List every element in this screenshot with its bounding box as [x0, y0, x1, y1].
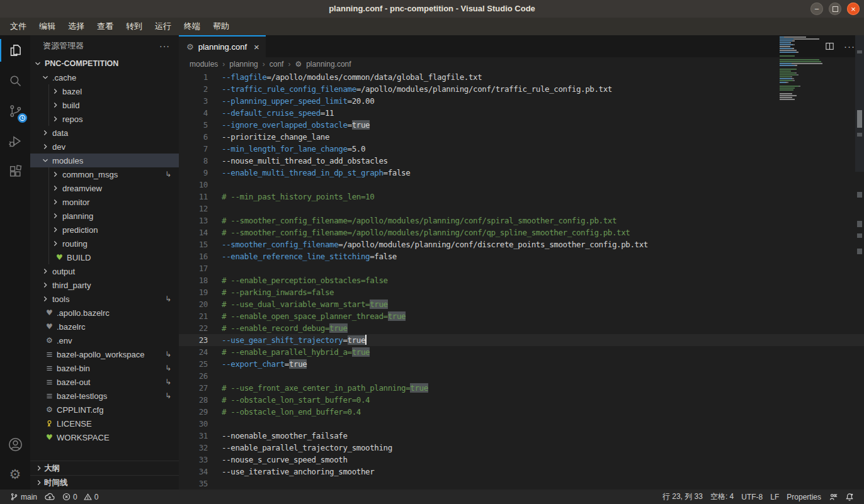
folder-row-build[interactable]: build [30, 98, 179, 112]
code-line-11[interactable]: 11# --min_past_history_points_len=10 [179, 191, 864, 203]
tab-close-icon[interactable]: × [254, 42, 259, 52]
folder-row-repos[interactable]: repos [30, 112, 179, 126]
breadcrumb-item-2[interactable]: conf [270, 60, 284, 69]
code-line-23[interactable]: 23--use_gear_shift_trajectory=true [179, 334, 864, 346]
code-line-7[interactable]: 7--min_length_for_lane_change=5.0 [179, 143, 864, 155]
file-row-workspace[interactable]: ♥WORKSPACE [30, 430, 179, 444]
status-item-problems[interactable]: 00 [59, 493, 102, 501]
menu-item-6[interactable]: 终端 [178, 18, 207, 35]
folder-row-bazel[interactable]: bazel [30, 84, 179, 98]
code-line-32[interactable]: 32--enable_parallel_trajectory_smoothing [179, 442, 864, 454]
folder-row-data[interactable]: data [30, 126, 179, 140]
scrollbar-thumb[interactable] [855, 35, 864, 172]
code-line-28[interactable]: 28# --obstacle_lon_start_buffer=0.4 [179, 394, 864, 406]
code-line-21[interactable]: 21# --enable_open_space_planner_thread=t… [179, 310, 864, 322]
status-item-language-mode[interactable]: Properties [783, 493, 825, 501]
code-line-13[interactable]: 13# --smoother_config_filename=/apollo/m… [179, 215, 864, 227]
folder-row-third_party[interactable]: third_party [30, 278, 179, 292]
code-line-27[interactable]: 27# --use_front_axe_center_in_path_plann… [179, 382, 864, 394]
folder-row-planning[interactable]: planning [30, 209, 179, 223]
split-editor-icon[interactable] [824, 41, 835, 52]
folder-row-pnc-competition[interactable]: PNC-COMPETITION [30, 57, 179, 70]
code-line-30[interactable]: 30 [179, 418, 864, 430]
close-button[interactable]: × [847, 3, 860, 15]
maximize-button[interactable] [829, 3, 841, 15]
folder-row-routing[interactable]: routing [30, 237, 179, 250]
menu-item-4[interactable]: 转到 [120, 18, 149, 35]
file-row-bazel-testlogs[interactable]: bazel-testlogs↳ [30, 389, 179, 403]
code-editor[interactable]: 1--flagfile=/apollo/modules/common/data/… [179, 71, 864, 490]
status-item-notifications[interactable] [841, 493, 858, 501]
folder-row-prediction[interactable]: prediction [30, 223, 179, 237]
menu-item-5[interactable]: 运行 [149, 18, 178, 35]
file-row-build[interactable]: ♥BUILD [30, 250, 179, 264]
code-line-19[interactable]: 19# --parking_inwards=false [179, 286, 864, 298]
status-item-git-branch[interactable]: main [6, 493, 41, 501]
settings-activity-button[interactable]: ⚙ [0, 459, 30, 490]
menu-item-1[interactable]: 编辑 [33, 18, 62, 35]
code-line-20[interactable]: 20# --use_dual_variable_warm_start=true [179, 298, 864, 310]
explorer-activity-button[interactable] [0, 35, 30, 65]
status-item-cursor-position[interactable]: 行 23, 列 33 [659, 491, 707, 502]
minimize-button[interactable]: − [810, 3, 823, 15]
code-line-26[interactable]: 26 [179, 370, 864, 382]
code-line-9[interactable]: 9--enable_multi_thread_in_dp_st_graph=fa… [179, 167, 864, 179]
code-line-34[interactable]: 34--use_iterative_anchoring_smoother [179, 466, 864, 478]
status-item-publish-changes[interactable] [41, 493, 59, 501]
file-row-.env[interactable]: ⚙.env [30, 333, 179, 347]
sidebar-section-1[interactable]: 时间线 [30, 475, 179, 490]
extensions-activity-button[interactable] [0, 156, 30, 186]
folder-row-modules[interactable]: modules [30, 154, 179, 167]
code-line-5[interactable]: 5--ignore_overlapped_obstacle=true [179, 119, 864, 131]
code-line-1[interactable]: 1--flagfile=/apollo/modules/common/data/… [179, 71, 864, 83]
file-row-.bazelrc[interactable]: ♥.bazelrc [30, 320, 179, 333]
code-line-17[interactable]: 17 [179, 262, 864, 274]
folder-row-output[interactable]: output [30, 264, 179, 278]
folder-row-tools[interactable]: tools↳ [30, 292, 179, 306]
code-line-12[interactable]: 12 [179, 203, 864, 215]
code-line-2[interactable]: 2--traffic_rule_config_filename=/apollo/… [179, 83, 864, 95]
code-line-35[interactable]: 35 [179, 478, 864, 490]
menu-item-2[interactable]: 选择 [62, 18, 91, 35]
menu-item-0[interactable]: 文件 [4, 18, 33, 35]
code-line-3[interactable]: 3--planning_upper_speed_limit=20.00 [179, 95, 864, 107]
file-row-cpplint.cfg[interactable]: ⚙CPPLINT.cfg [30, 403, 179, 417]
status-item-indentation[interactable]: 空格: 4 [707, 491, 737, 502]
code-line-8[interactable]: 8--nouse_multi_thread_to_add_obstacles [179, 155, 864, 167]
breadcrumb-item-1[interactable]: planning [229, 60, 258, 69]
code-line-18[interactable]: 18# --enable_perception_obstacles=false [179, 274, 864, 286]
code-line-31[interactable]: 31--noenable_smoother_failsafe [179, 430, 864, 442]
menu-item-3[interactable]: 查看 [91, 18, 120, 35]
status-item-eol[interactable]: LF [766, 493, 783, 501]
file-row-.apollo.bazelrc[interactable]: ♥.apollo.bazelrc [30, 306, 179, 320]
more-actions-icon[interactable]: ··· [844, 41, 855, 52]
folder-row-monitor[interactable]: monitor [30, 195, 179, 209]
code-line-29[interactable]: 29# --obstacle_lon_end_buffer=0.4 [179, 406, 864, 418]
code-line-22[interactable]: 22# --enable_record_debug=true [179, 322, 864, 334]
search-activity-button[interactable] [0, 65, 30, 96]
code-line-33[interactable]: 33--nouse_s_curve_speed_smooth [179, 454, 864, 466]
menu-item-7[interactable]: 帮助 [207, 18, 236, 35]
file-row-bazel-out[interactable]: bazel-out↳ [30, 375, 179, 389]
folder-row-dev[interactable]: dev [30, 140, 179, 154]
breadcrumb-item-0[interactable]: modules [190, 60, 218, 69]
overview-ruler-scrollbar[interactable] [855, 35, 864, 490]
code-line-24[interactable]: 24# --enable_parallel_hybrid_a=true [179, 346, 864, 358]
code-line-6[interactable]: 6--prioritize_change_lane [179, 131, 864, 143]
tab-planning-conf[interactable]: ⚙ planning.conf × [179, 35, 266, 57]
folder-row-.cache[interactable]: .cache [30, 70, 179, 84]
run-debug-activity-button[interactable] [0, 126, 30, 156]
file-row-license[interactable]: LICENSE [30, 417, 179, 430]
code-line-25[interactable]: 25--export_chart=true [179, 358, 864, 370]
code-line-10[interactable]: 10 [179, 179, 864, 191]
status-item-feedback[interactable] [825, 493, 841, 501]
file-row-bazel-apollo_workspace[interactable]: bazel-apollo_workspace↳ [30, 347, 179, 361]
folder-row-dreamview[interactable]: dreamview [30, 181, 179, 195]
code-line-14[interactable]: 14# --smoother_config_filename=/apollo/m… [179, 227, 864, 238]
folder-row-common_msgs[interactable]: common_msgs↳ [30, 167, 179, 181]
code-line-16[interactable]: 16--enable_reference_line_stitching=fals… [179, 250, 864, 262]
status-item-encoding[interactable]: UTF-8 [737, 493, 766, 501]
breadcrumb-item-3[interactable]: planning.conf [306, 60, 351, 69]
code-line-15[interactable]: 15--smoother_config_filename=/apollo/mod… [179, 238, 864, 250]
code-line-4[interactable]: 4--default_cruise_speed=11 [179, 107, 864, 119]
